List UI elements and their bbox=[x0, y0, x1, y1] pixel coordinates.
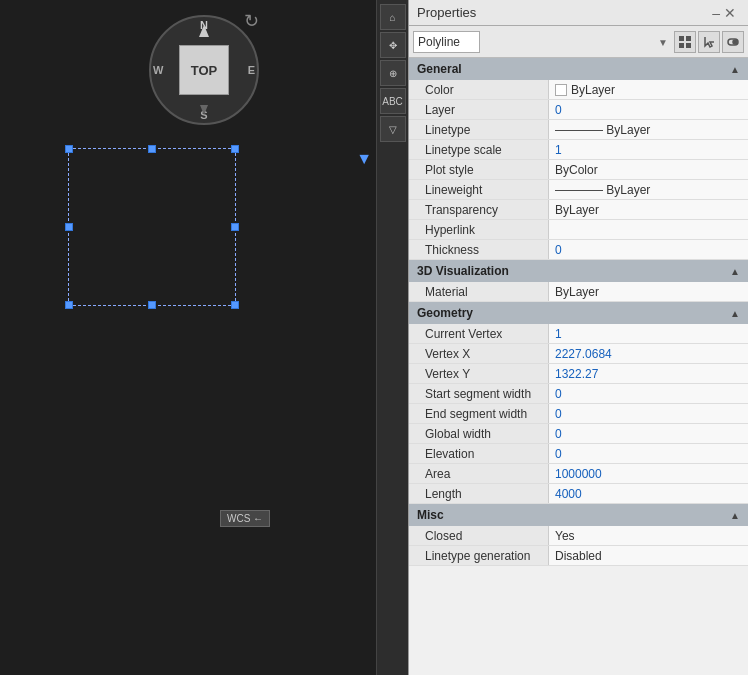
prop-linetype: Linetype ———— ByLayer bbox=[409, 120, 748, 140]
prop-length-label: Length bbox=[409, 484, 549, 503]
compass-e-label: E bbox=[248, 64, 255, 76]
prop-vertex-y: Vertex Y 1322.27 bbox=[409, 364, 748, 384]
prop-area-value[interactable]: 1000000 bbox=[549, 464, 748, 483]
section-general[interactable]: General ▲ bbox=[409, 58, 748, 80]
toolbar-grid-btn[interactable] bbox=[674, 31, 696, 53]
prop-length-value[interactable]: 4000 bbox=[549, 484, 748, 503]
prop-lineweight: Lineweight ———— ByLayer bbox=[409, 180, 748, 200]
prop-layer-value[interactable]: 0 bbox=[549, 100, 748, 119]
svg-point-5 bbox=[733, 40, 737, 44]
prop-global-width: Global width 0 bbox=[409, 424, 748, 444]
viz3d-collapse-icon: ▲ bbox=[730, 266, 740, 277]
prop-vertex-x-value[interactable]: 2227.0684 bbox=[549, 344, 748, 363]
prop-elevation-value[interactable]: 0 bbox=[549, 444, 748, 463]
section-3d-viz[interactable]: 3D Visualization ▲ bbox=[409, 260, 748, 282]
prop-linetype-value[interactable]: ———— ByLayer bbox=[549, 120, 748, 139]
prop-transparency-value[interactable]: ByLayer bbox=[549, 200, 748, 219]
prop-linetype-scale-value[interactable]: 1 bbox=[549, 140, 748, 159]
prop-vertex-x-label: Vertex X bbox=[409, 344, 549, 363]
prop-current-vertex-label: Current Vertex bbox=[409, 324, 549, 343]
prop-end-seg-width-label: End segment width bbox=[409, 404, 549, 423]
prop-thickness-value[interactable]: 0 bbox=[549, 240, 748, 259]
prop-transparency: Transparency ByLayer bbox=[409, 200, 748, 220]
compass-ring[interactable]: N S E W TOP bbox=[149, 15, 259, 125]
prop-plot-style-label: Plot style bbox=[409, 160, 549, 179]
prop-end-seg-width-value[interactable]: 0 bbox=[549, 404, 748, 423]
compass-arc-icon: ↻ bbox=[244, 10, 259, 32]
prop-global-width-value[interactable]: 0 bbox=[549, 424, 748, 443]
prop-lineweight-value[interactable]: ———— ByLayer bbox=[549, 180, 748, 199]
toolbar-home-btn[interactable]: ⌂ bbox=[380, 4, 406, 30]
top-cube-button[interactable]: TOP bbox=[179, 45, 229, 95]
prop-length: Length 4000 bbox=[409, 484, 748, 504]
selection-box bbox=[68, 148, 236, 306]
prop-linetype-scale-label: Linetype scale bbox=[409, 140, 549, 159]
toolbar-select-btn[interactable] bbox=[698, 31, 720, 53]
handle-mr[interactable] bbox=[231, 223, 239, 231]
prop-hyperlink-value[interactable] bbox=[549, 220, 748, 239]
prop-linetype-gen-value[interactable]: Disabled bbox=[549, 546, 748, 565]
viewport[interactable]: N S E W TOP ↻ WCS ← ▼ ⌂ ✥ ⊕ ABC ▽ bbox=[0, 0, 408, 675]
geometry-collapse-icon: ▲ bbox=[730, 308, 740, 319]
panel-titlebar: Properties – ✕ bbox=[409, 0, 748, 26]
panel-close-button[interactable]: – ✕ bbox=[708, 5, 740, 21]
prop-closed-label: Closed bbox=[409, 526, 549, 545]
prop-linetype-gen-label: Linetype generation bbox=[409, 546, 549, 565]
prop-closed-value[interactable]: Yes bbox=[549, 526, 748, 545]
prop-hyperlink-label: Hyperlink bbox=[409, 220, 549, 239]
prop-linetype-scale: Linetype scale 1 bbox=[409, 140, 748, 160]
prop-thickness-label: Thickness bbox=[409, 240, 549, 259]
prop-vertex-x: Vertex X 2227.0684 bbox=[409, 344, 748, 364]
handle-tr[interactable] bbox=[231, 145, 239, 153]
compass-north-arrow bbox=[199, 25, 209, 37]
type-select-wrapper: Polyline ▼ bbox=[413, 31, 672, 53]
prop-area-label: Area bbox=[409, 464, 549, 483]
prop-material-label: Material bbox=[409, 282, 549, 301]
prop-global-width-label: Global width bbox=[409, 424, 549, 443]
properties-panel: Properties – ✕ Polyline ▼ bbox=[408, 0, 748, 675]
toolbar-orbit-btn[interactable]: ABC bbox=[380, 88, 406, 114]
prop-linetype-gen: Linetype generation Disabled bbox=[409, 546, 748, 566]
handle-tl[interactable] bbox=[65, 145, 73, 153]
prop-vertex-y-label: Vertex Y bbox=[409, 364, 549, 383]
handle-bl[interactable] bbox=[65, 301, 73, 309]
toolbar-toggle-btn[interactable] bbox=[722, 31, 744, 53]
svg-rect-2 bbox=[679, 43, 684, 48]
toolbar-zoom-btn[interactable]: ⊕ bbox=[380, 60, 406, 86]
compass-south-arrow bbox=[200, 105, 208, 115]
prop-plot-style: Plot style ByColor bbox=[409, 160, 748, 180]
prop-area: Area 1000000 bbox=[409, 464, 748, 484]
prop-start-seg-width-label: Start segment width bbox=[409, 384, 549, 403]
prop-start-seg-width-value[interactable]: 0 bbox=[549, 384, 748, 403]
prop-color-label: Color bbox=[409, 80, 549, 99]
prop-color-value[interactable]: ByLayer bbox=[549, 80, 748, 99]
section-misc[interactable]: Misc ▲ bbox=[409, 504, 748, 526]
prop-material-value[interactable]: ByLayer bbox=[549, 282, 748, 301]
prop-plot-style-value[interactable]: ByColor bbox=[549, 160, 748, 179]
select-arrow-icon: ▼ bbox=[658, 36, 668, 47]
prop-current-vertex-value[interactable]: 1 bbox=[549, 324, 748, 343]
misc-collapse-icon: ▲ bbox=[730, 510, 740, 521]
toolbar-view-btn[interactable]: ▽ bbox=[380, 116, 406, 142]
handle-bm[interactable] bbox=[148, 301, 156, 309]
toolbar-pan-btn[interactable]: ✥ bbox=[380, 32, 406, 58]
compass-w-label: W bbox=[153, 64, 163, 76]
view-dropdown-arrow[interactable]: ▼ bbox=[356, 150, 372, 168]
svg-rect-1 bbox=[686, 36, 691, 41]
type-select[interactable]: Polyline bbox=[413, 31, 480, 53]
prop-elevation: Elevation 0 bbox=[409, 444, 748, 464]
toolbar-strip: ⌂ ✥ ⊕ ABC ▽ bbox=[376, 0, 408, 675]
viewcube-area[interactable]: N S E W TOP ↻ bbox=[144, 10, 264, 130]
prop-vertex-y-value[interactable]: 1322.27 bbox=[549, 364, 748, 383]
prop-current-vertex: Current Vertex 1 bbox=[409, 324, 748, 344]
prop-transparency-label: Transparency bbox=[409, 200, 549, 219]
handle-tm[interactable] bbox=[148, 145, 156, 153]
handle-br[interactable] bbox=[231, 301, 239, 309]
section-geometry[interactable]: Geometry ▲ bbox=[409, 302, 748, 324]
panel-toolbar: Polyline ▼ bbox=[409, 26, 748, 58]
prop-layer-label: Layer bbox=[409, 100, 549, 119]
prop-color: Color ByLayer bbox=[409, 80, 748, 100]
prop-lineweight-label: Lineweight bbox=[409, 180, 549, 199]
handle-ml[interactable] bbox=[65, 223, 73, 231]
prop-linetype-label: Linetype bbox=[409, 120, 549, 139]
